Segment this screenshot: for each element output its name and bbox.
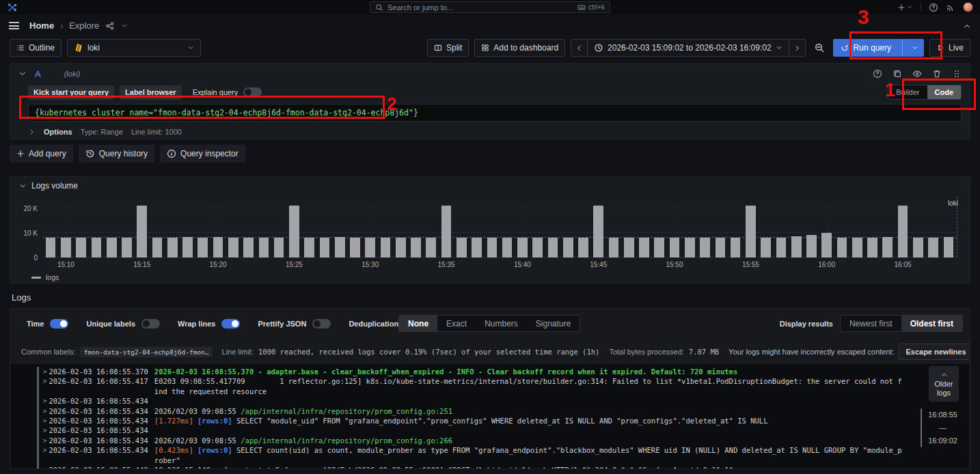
scroll-track[interactable] bbox=[921, 408, 922, 447]
older-logs-button[interactable]: Older logs bbox=[929, 366, 959, 402]
common-labels-value[interactable]: fmon-data-stg2-04-echp8j6d-fmon… bbox=[80, 347, 212, 357]
volume-bar[interactable] bbox=[944, 237, 954, 257]
unique-labels-toggle[interactable] bbox=[141, 319, 160, 329]
order-option-oldest-first[interactable]: Oldest first bbox=[901, 316, 962, 331]
datasource-picker[interactable]: loki bbox=[67, 39, 201, 57]
share-icon[interactable] bbox=[105, 21, 115, 31]
volume-bar[interactable] bbox=[198, 238, 208, 257]
volume-bar[interactable] bbox=[426, 238, 436, 257]
volume-bar[interactable] bbox=[274, 238, 284, 257]
volume-bar[interactable] bbox=[609, 238, 619, 257]
volume-bar[interactable] bbox=[639, 238, 649, 257]
label-browser-button[interactable]: Label browser bbox=[120, 85, 182, 100]
log-expand-icon[interactable]: > bbox=[43, 426, 46, 435]
add-query-button[interactable]: Add query bbox=[10, 145, 73, 163]
volume-bar[interactable] bbox=[517, 238, 528, 257]
volume-bar[interactable] bbox=[228, 238, 239, 257]
volume-bar[interactable] bbox=[167, 238, 178, 257]
volume-bar[interactable] bbox=[152, 238, 163, 257]
volume-bar[interactable] bbox=[411, 238, 421, 257]
new-menu-button[interactable] bbox=[897, 3, 913, 12]
outline-button[interactable]: Outline bbox=[10, 39, 62, 57]
dedup-option-signature[interactable]: Signature bbox=[527, 316, 580, 331]
collapse-volume-icon[interactable] bbox=[19, 182, 27, 190]
log-row[interactable]: >2026-02-03 16:08:55.3702026-02-03 16:08… bbox=[11, 367, 969, 376]
options-expand-icon[interactable] bbox=[28, 128, 36, 136]
volume-bar[interactable] bbox=[487, 238, 498, 257]
run-query-button[interactable]: Run query bbox=[833, 39, 924, 57]
log-row[interactable]: >2026-02-03 16:08:55.434[0.423ms] [rows:… bbox=[11, 445, 969, 465]
query-help-icon[interactable] bbox=[873, 69, 882, 79]
volume-bar[interactable] bbox=[761, 238, 771, 257]
breadcrumb-explore[interactable]: Explore bbox=[69, 20, 99, 31]
search-input[interactable]: Search or jump to... ctrl+k bbox=[370, 1, 610, 13]
query-ref-id[interactable]: A bbox=[35, 69, 41, 79]
volume-bar[interactable] bbox=[806, 235, 817, 257]
volume-bar[interactable] bbox=[852, 238, 862, 257]
log-row[interactable]: >2026-02-03 16:08:55.434 bbox=[11, 396, 969, 406]
log-row[interactable]: >2026-02-03 16:08:55.434 bbox=[11, 426, 969, 435]
log-expand-icon[interactable]: > bbox=[43, 436, 46, 445]
volume-bar[interactable] bbox=[563, 238, 573, 257]
volume-bar[interactable] bbox=[882, 237, 893, 257]
volume-bar[interactable] bbox=[304, 238, 314, 257]
dedup-option-exact[interactable]: Exact bbox=[437, 316, 476, 331]
chevron-down-icon[interactable] bbox=[121, 23, 128, 29]
volume-bar[interactable] bbox=[746, 206, 756, 257]
volume-bar[interactable] bbox=[61, 238, 71, 257]
volume-bar[interactable] bbox=[716, 238, 726, 257]
volume-bar[interactable] bbox=[137, 206, 147, 257]
options-label[interactable]: Options bbox=[44, 128, 72, 136]
time-range-forward-button[interactable] bbox=[789, 39, 806, 57]
volume-bar[interactable] bbox=[867, 238, 877, 257]
volume-bar[interactable] bbox=[76, 238, 86, 257]
volume-bar[interactable] bbox=[578, 238, 588, 257]
explain-query-toggle[interactable] bbox=[243, 87, 262, 97]
query-history-button[interactable]: Query history bbox=[79, 145, 154, 163]
log-row[interactable]: >2026-02-03 16:08:55.44910.126.15.149 - … bbox=[11, 465, 969, 469]
volume-bar[interactable] bbox=[122, 238, 132, 257]
legend-label-logs[interactable]: logs bbox=[46, 273, 59, 281]
logql-query-input[interactable]: {kubernetes_cluster_name="fmon-data-stg2… bbox=[28, 104, 962, 122]
logs-volume-plot[interactable]: 010 K20 K bbox=[43, 203, 956, 257]
prettify-json-toggle[interactable] bbox=[312, 319, 331, 329]
log-expand-icon[interactable]: > bbox=[43, 445, 46, 465]
volume-bar[interactable] bbox=[731, 238, 741, 257]
log-expand-icon[interactable]: > bbox=[43, 376, 46, 396]
volume-bar[interactable] bbox=[654, 238, 664, 257]
escape-newlines-button[interactable]: Escape newlines bbox=[899, 344, 970, 360]
time-toggle[interactable] bbox=[50, 319, 68, 329]
run-query-dropdown[interactable] bbox=[907, 44, 923, 51]
help-icon[interactable] bbox=[929, 3, 938, 12]
grafana-logo[interactable] bbox=[7, 2, 18, 13]
kick-start-button[interactable]: Kick start your query bbox=[28, 85, 114, 100]
dedup-option-numbers[interactable]: Numbers bbox=[476, 316, 527, 331]
volume-bar[interactable] bbox=[776, 238, 787, 257]
volume-bar[interactable] bbox=[243, 238, 254, 257]
volume-bar[interactable] bbox=[365, 238, 375, 257]
volume-bar[interactable] bbox=[381, 238, 391, 257]
volume-bar[interactable] bbox=[335, 237, 345, 257]
volume-bar[interactable] bbox=[548, 238, 558, 257]
avatar[interactable] bbox=[963, 2, 973, 12]
volume-bar[interactable] bbox=[472, 238, 482, 257]
time-range-picker[interactable]: 2026-02-03 15:09:02 to 2026-02-03 16:09:… bbox=[587, 39, 789, 57]
volume-bar[interactable] bbox=[259, 238, 269, 257]
menu-icon[interactable] bbox=[9, 22, 19, 29]
log-expand-icon[interactable]: > bbox=[43, 416, 46, 426]
log-row[interactable]: >2026-02-03 16:08:55.417E0203 09:08:55.4… bbox=[11, 376, 969, 396]
volume-bar[interactable] bbox=[837, 238, 847, 257]
volume-bar[interactable] bbox=[670, 238, 680, 257]
volume-bar[interactable] bbox=[396, 238, 406, 257]
volume-bar[interactable] bbox=[320, 238, 330, 257]
live-button[interactable]: Live bbox=[929, 39, 970, 57]
volume-bar[interactable] bbox=[92, 238, 102, 257]
dedup-option-none[interactable]: None bbox=[399, 316, 437, 331]
volume-bar[interactable] bbox=[289, 206, 299, 257]
volume-bar[interactable] bbox=[46, 238, 56, 257]
zoom-out-button[interactable] bbox=[811, 39, 828, 57]
builder-mode-tab[interactable]: Builder bbox=[888, 85, 927, 99]
volume-bar[interactable] bbox=[441, 206, 452, 257]
log-expand-icon[interactable]: > bbox=[43, 367, 46, 376]
volume-bar[interactable] bbox=[107, 238, 117, 257]
